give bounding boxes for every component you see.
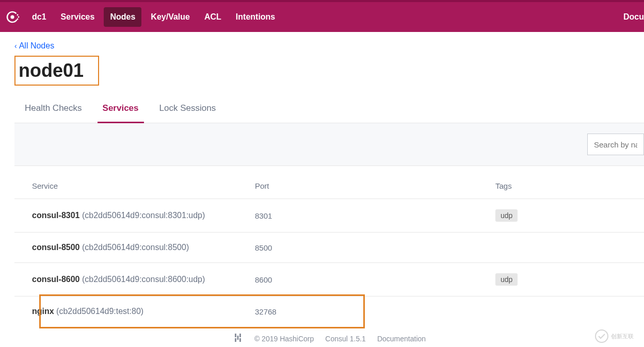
page-title-highlight: node01 (14, 56, 99, 86)
breadcrumb-all-nodes[interactable]: ‹ All Nodes (14, 41, 644, 51)
footer-docs[interactable]: Documentation (377, 335, 426, 343)
cell-tags: udp (495, 273, 644, 286)
hashicorp-logo-icon (233, 333, 243, 344)
services-table: Service Port Tags consul-8301 (cb2dd5061… (14, 181, 644, 326)
page-title: node01 (19, 60, 84, 81)
col-header-tags: Tags (495, 181, 644, 190)
footer-version[interactable]: Consul 1.5.1 (325, 335, 366, 343)
nav-datacenter[interactable]: dc1 (25, 2, 54, 32)
service-name: consul-8301 (32, 211, 79, 220)
chevron-left-icon: ‹ (14, 42, 17, 50)
svg-point-3 (18, 16, 20, 18)
tag-badge: udp (495, 209, 518, 222)
service-name: consul-8500 (32, 243, 79, 252)
tag-badge: udp (495, 273, 518, 286)
service-name: consul-8600 (32, 275, 79, 284)
table-header: Service Port Tags (14, 181, 644, 199)
table-row[interactable]: nginx (cb2dd50614d9:test:80)32768 (14, 296, 644, 326)
service-detail: (cb2dd50614d9:consul:8600:udp) (79, 275, 205, 284)
svg-point-5 (595, 330, 608, 342)
breadcrumb-label: All Nodes (19, 41, 54, 51)
cell-service: consul-8600 (cb2dd50614d9:consul:8600:ud… (32, 275, 255, 284)
cell-port: 32768 (255, 307, 495, 316)
cell-port: 8600 (255, 275, 495, 284)
cell-port: 8301 (255, 211, 495, 220)
consul-logo-icon (0, 2, 25, 32)
table-row[interactable]: consul-8500 (cb2dd50614d9:consul:8500)85… (14, 233, 644, 263)
nav-documentation[interactable]: Docu (623, 12, 644, 22)
top-nav: dc1 Services Nodes Key/Value ACL Intenti… (0, 0, 644, 32)
nav-intentions[interactable]: Intentions (229, 2, 282, 32)
nav-acl[interactable]: ACL (197, 2, 229, 32)
service-detail: (cb2dd50614d9:test:80) (54, 307, 143, 316)
cell-tags: udp (495, 209, 644, 222)
service-name: nginx (32, 307, 54, 316)
cell-service: consul-8500 (cb2dd50614d9:consul:8500) (32, 243, 255, 252)
tab-services[interactable]: Services (103, 98, 139, 123)
col-header-port: Port (255, 181, 495, 190)
footer: © 2019 HashiCorp Consul 1.5.1 Documentat… (14, 333, 644, 344)
nav-items: dc1 Services Nodes Key/Value ACL Intenti… (25, 2, 282, 32)
service-detail: (cb2dd50614d9:consul:8301:udp) (79, 211, 205, 220)
search-input[interactable] (587, 134, 644, 155)
tab-lock-sessions[interactable]: Lock Sessions (159, 98, 216, 123)
svg-point-2 (17, 14, 19, 16)
col-header-service: Service (32, 181, 255, 190)
svg-point-4 (17, 19, 19, 20)
tab-health-checks[interactable]: Health Checks (25, 98, 82, 123)
svg-point-1 (10, 15, 14, 19)
footer-copyright: © 2019 HashiCorp (254, 335, 314, 343)
table-row[interactable]: consul-8600 (cb2dd50614d9:consul:8600:ud… (14, 263, 644, 296)
nav-services[interactable]: Services (54, 2, 102, 32)
watermark: 创新互联 (594, 329, 641, 344)
content: ‹ All Nodes node01 Health Checks Service… (0, 32, 644, 344)
filter-bar (14, 123, 644, 166)
table-row[interactable]: consul-8301 (cb2dd50614d9:consul:8301:ud… (14, 199, 644, 233)
nav-keyvalue[interactable]: Key/Value (143, 2, 197, 32)
cell-service: nginx (cb2dd50614d9:test:80) (32, 307, 255, 316)
svg-text:创新互联: 创新互联 (611, 333, 634, 339)
cell-port: 8500 (255, 243, 495, 252)
tabs: Health Checks Services Lock Sessions (14, 98, 644, 123)
cell-service: consul-8301 (cb2dd50614d9:consul:8301:ud… (32, 211, 255, 220)
service-detail: (cb2dd50614d9:consul:8500) (79, 243, 189, 252)
nav-nodes[interactable]: Nodes (104, 7, 141, 27)
